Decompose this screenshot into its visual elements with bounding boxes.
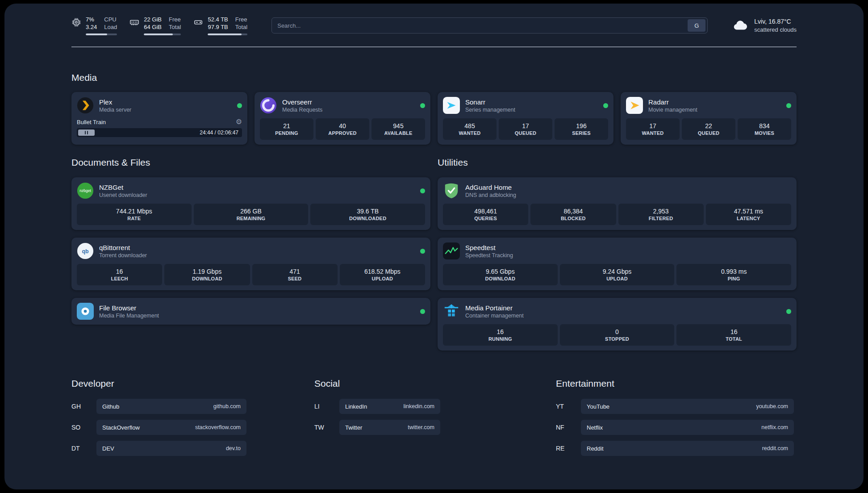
stat-value: 17 — [628, 122, 678, 130]
bookmark-row: NF Netflix netflix.com — [556, 420, 794, 435]
status-dot — [420, 309, 425, 314]
app-subtitle: DNS and adblocking — [465, 192, 516, 198]
app-card-radarr[interactable]: Radarr Movie management 17WANTED 22QUEUE… — [621, 92, 797, 145]
app-card-nzbget[interactable]: nzbget NZBGet Usenet downloader 744.21 M… — [71, 177, 430, 230]
app-card-qbittorrent[interactable]: qb qBittorrent Torrent downloader 16LEEC… — [71, 238, 430, 290]
status-dot — [237, 103, 242, 108]
bookmark-row: LI LinkedIn linkedin.com — [314, 399, 440, 414]
bookmark-abbr: YT — [556, 403, 581, 410]
portainer-icon — [443, 303, 460, 320]
status-dot — [420, 103, 425, 108]
app-card-adguard[interactable]: AdGuard Home DNS and adblocking 498,461Q… — [438, 177, 797, 230]
overseerr-icon — [260, 97, 277, 114]
card-header: Media Portainer Container management — [443, 303, 791, 320]
qbittorrent-icon: qb — [77, 242, 94, 259]
stat-value: 2,953 — [620, 207, 702, 215]
stat-label: SERIES — [556, 130, 606, 137]
section-title-entertainment: Entertainment — [556, 378, 794, 389]
bookmark-link-github[interactable]: Github github.com — [96, 399, 246, 414]
stat-value: 16 — [79, 267, 160, 276]
app-card-portainer[interactable]: Media Portainer Container management 16R… — [438, 298, 797, 351]
ram-free-value: 22 GiB — [144, 16, 162, 23]
bookmark-row: YT YouTube youtube.com — [556, 399, 794, 414]
cpu-usage-value: 7% — [86, 16, 97, 23]
bookmark-abbr: NF — [556, 424, 581, 431]
bookmark-link-dev[interactable]: DEV dev.to — [96, 441, 246, 456]
stat-tile: 1.19 GbpsDOWNLOAD — [164, 264, 250, 285]
app-name: NZBGet — [99, 184, 147, 191]
bookmark-link-netflix[interactable]: Netflix netflix.com — [581, 420, 794, 435]
app-card-plex[interactable]: Plex Media server Bullet Train ⚙ 24:44 /… — [71, 92, 247, 145]
search-input[interactable] — [277, 22, 688, 29]
ram-total-label: Total — [169, 23, 181, 31]
ram-total-value: 64 GiB — [144, 23, 162, 31]
stat-tile: 16RUNNING — [443, 324, 558, 346]
stats-row: 485WANTED 17QUEUED 196SERIES — [443, 118, 608, 140]
bookmark-abbr: DT — [71, 445, 96, 452]
stat-tile: 17WANTED — [626, 118, 680, 140]
cpu-bar-fill — [86, 33, 107, 35]
middle-section: Documents & Files nzbget NZBGet Usenet d… — [71, 157, 797, 351]
weather-location: Lviv, 16.87°C — [754, 17, 797, 26]
gear-icon[interactable]: ⚙ — [236, 118, 242, 125]
status-dot — [786, 309, 791, 314]
app-card-sonarr[interactable]: Sonarr Series management 485WANTED 17QUE… — [438, 92, 613, 145]
stat-label: LATENCY — [708, 215, 789, 222]
card-header: File Browser Media File Management — [77, 303, 425, 320]
app-subtitle: Torrent downloader — [99, 252, 147, 259]
stats-row: 744.21 MbpsRATE 266 GBREMAINING 39.6 TBD… — [77, 204, 425, 225]
bookmark-link-stackoverflow[interactable]: StackOverflow stackoverflow.com — [96, 420, 246, 435]
app-card-overseerr[interactable]: Overseerr Media Requests 21PENDING 40APP… — [255, 92, 430, 145]
ram-bar — [144, 33, 181, 35]
bookmark-name: DEV — [102, 445, 114, 452]
app-card-filebrowser[interactable]: File Browser Media File Management — [71, 298, 430, 325]
card-header: qb qBittorrent Torrent downloader — [77, 242, 425, 259]
bookmark-url: linkedin.com — [404, 403, 434, 409]
bookmark-url: netflix.com — [761, 424, 788, 430]
hard-drive-icon — [193, 16, 203, 27]
stat-tile: 196SERIES — [555, 118, 608, 140]
bookmark-link-linkedin[interactable]: LinkedIn linkedin.com — [339, 399, 440, 414]
app-name: Radarr — [648, 98, 697, 106]
app-name: AdGuard Home — [465, 184, 516, 191]
stat-value: 744.21 Mbps — [79, 207, 190, 215]
section-title-utilities: Utilities — [438, 157, 797, 168]
stat-tile: 2,953FILTERED — [618, 204, 704, 225]
app-card-speedtest[interactable]: Speedtest Speedtest Tracking 9.65 GbpsDO… — [438, 238, 797, 290]
bookmark-abbr: RE — [556, 445, 581, 452]
bookmark-abbr: SO — [71, 424, 96, 431]
stat-value: 485 — [445, 122, 495, 130]
search-engine-button[interactable]: G — [688, 19, 705, 32]
bookmark-group-social: Social LI LinkedIn linkedin.com TW Twitt… — [314, 378, 440, 456]
speedtest-icon — [443, 242, 460, 259]
stat-label: WANTED — [628, 130, 678, 137]
bookmark-link-youtube[interactable]: YouTube youtube.com — [581, 399, 794, 414]
card-header: Sonarr Series management — [443, 97, 608, 114]
stat-label: WANTED — [445, 130, 495, 137]
memory-widget: 22 GiB 64 GiB Free Total — [129, 16, 181, 35]
card-header: Plex Media server — [77, 97, 242, 114]
app-name: Sonarr — [465, 98, 515, 106]
radarr-icon — [626, 97, 643, 114]
status-dot — [420, 249, 425, 254]
disk-bar-fill — [208, 33, 241, 35]
bookmark-url: twitter.com — [408, 424, 434, 430]
stat-tile: 21PENDING — [260, 118, 313, 140]
bookmark-group-entertainment: Entertainment YT YouTube youtube.com NF … — [556, 378, 794, 456]
bookmark-link-reddit[interactable]: Reddit reddit.com — [581, 441, 794, 456]
adguard-icon — [443, 182, 460, 199]
bookmark-name: Netflix — [587, 424, 603, 431]
stat-label: RATE — [79, 215, 190, 222]
stat-label: UPLOAD — [562, 276, 673, 282]
bookmark-link-twitter[interactable]: Twitter twitter.com — [339, 420, 440, 435]
stat-label: REMAINING — [196, 215, 307, 222]
stat-tile: 9.24 GbpsUPLOAD — [560, 264, 675, 285]
app-subtitle: Usenet downloader — [99, 192, 147, 198]
card-header: Overseerr Media Requests — [260, 97, 425, 114]
cpu-widget: 7% 3.24 CPU Load — [71, 16, 117, 35]
stat-label: AVAILABLE — [373, 130, 423, 137]
stat-label: BLOCKED — [532, 215, 614, 222]
disk-free-value: 52.4 TB — [208, 16, 228, 23]
playback-progress-bar[interactable]: 24:44 / 02:06:47 — [77, 128, 242, 137]
cloud-icon — [732, 17, 749, 34]
